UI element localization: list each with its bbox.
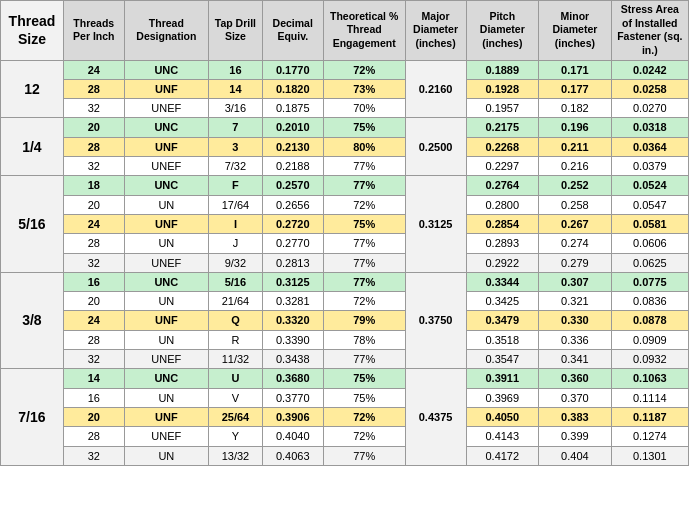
tpi-cell: 28 [63, 137, 124, 156]
designation-cell: UNF [124, 214, 208, 233]
tpi-cell: 14 [63, 369, 124, 388]
stress-cell: 0.1301 [611, 446, 688, 465]
decimal-cell: 0.2720 [262, 214, 323, 233]
decimal-cell: 0.1820 [262, 79, 323, 98]
designation-cell: UN [124, 234, 208, 253]
designation-cell: UNC [124, 272, 208, 291]
tpi-cell: 24 [63, 214, 124, 233]
tpi-cell: 18 [63, 176, 124, 195]
major-diameter-cell: 0.3125 [405, 176, 466, 272]
tap-cell: 14 [208, 79, 262, 98]
decimal-cell: 0.2130 [262, 137, 323, 156]
pitch-cell: 0.1928 [466, 79, 539, 98]
tpi-cell: 32 [63, 350, 124, 369]
designation-cell: UNEF [124, 99, 208, 118]
tap-cell: I [208, 214, 262, 233]
theoretical-cell: 78% [323, 330, 405, 349]
decimal-cell: 0.3680 [262, 369, 323, 388]
stress-cell: 0.1187 [611, 407, 688, 426]
tpi-cell: 20 [63, 195, 124, 214]
theoretical-cell: 75% [323, 369, 405, 388]
header-major: Major Diameter (inches) [405, 1, 466, 61]
theoretical-cell: 77% [323, 157, 405, 176]
theoretical-cell: 77% [323, 272, 405, 291]
designation-cell: UNC [124, 118, 208, 137]
decimal-cell: 0.3390 [262, 330, 323, 349]
tpi-cell: 32 [63, 253, 124, 272]
stress-cell: 0.0524 [611, 176, 688, 195]
tap-cell: 3 [208, 137, 262, 156]
tpi-cell: 20 [63, 407, 124, 426]
designation-cell: UNF [124, 407, 208, 426]
pitch-cell: 0.2764 [466, 176, 539, 195]
tpi-cell: 28 [63, 234, 124, 253]
minor-cell: 0.383 [539, 407, 612, 426]
tap-cell: 7 [208, 118, 262, 137]
tpi-cell: 24 [63, 311, 124, 330]
pitch-cell: 0.2297 [466, 157, 539, 176]
major-diameter-cell: 0.3750 [405, 272, 466, 368]
stress-cell: 0.0909 [611, 330, 688, 349]
decimal-cell: 0.2656 [262, 195, 323, 214]
thread-size-cell: 12 [1, 60, 64, 118]
minor-cell: 0.279 [539, 253, 612, 272]
minor-cell: 0.182 [539, 99, 612, 118]
tap-cell: 13/32 [208, 446, 262, 465]
tpi-cell: 32 [63, 99, 124, 118]
designation-cell: UN [124, 388, 208, 407]
thread-size-cell: 5/16 [1, 176, 64, 272]
theoretical-cell: 73% [323, 79, 405, 98]
pitch-cell: 0.3479 [466, 311, 539, 330]
header-stress: Stress Area of Installed Fastener (sq. i… [611, 1, 688, 61]
theoretical-cell: 72% [323, 427, 405, 446]
pitch-cell: 0.1889 [466, 60, 539, 79]
stress-cell: 0.0932 [611, 350, 688, 369]
decimal-cell: 0.3438 [262, 350, 323, 369]
header-thread-size: Thread Size [1, 1, 64, 61]
tap-cell: 5/16 [208, 272, 262, 291]
theoretical-cell: 72% [323, 60, 405, 79]
tap-cell: 9/32 [208, 253, 262, 272]
minor-cell: 0.360 [539, 369, 612, 388]
tap-cell: 16 [208, 60, 262, 79]
decimal-cell: 0.1770 [262, 60, 323, 79]
tpi-cell: 28 [63, 330, 124, 349]
minor-cell: 0.258 [539, 195, 612, 214]
tpi-cell: 24 [63, 60, 124, 79]
minor-cell: 0.171 [539, 60, 612, 79]
pitch-cell: 0.2175 [466, 118, 539, 137]
stress-cell: 0.0581 [611, 214, 688, 233]
designation-cell: UNC [124, 176, 208, 195]
theoretical-cell: 80% [323, 137, 405, 156]
pitch-cell: 0.4172 [466, 446, 539, 465]
pitch-cell: 0.2268 [466, 137, 539, 156]
designation-cell: UN [124, 330, 208, 349]
tap-cell: V [208, 388, 262, 407]
decimal-cell: 0.2770 [262, 234, 323, 253]
designation-cell: UN [124, 446, 208, 465]
minor-cell: 0.211 [539, 137, 612, 156]
header-minor: Minor Diameter (inches) [539, 1, 612, 61]
minor-cell: 0.399 [539, 427, 612, 446]
stress-cell: 0.0878 [611, 311, 688, 330]
major-diameter-cell: 0.2160 [405, 60, 466, 118]
minor-cell: 0.321 [539, 292, 612, 311]
stress-cell: 0.0364 [611, 137, 688, 156]
theoretical-cell: 70% [323, 99, 405, 118]
minor-cell: 0.307 [539, 272, 612, 291]
tpi-cell: 32 [63, 157, 124, 176]
pitch-cell: 0.2854 [466, 214, 539, 233]
minor-cell: 0.177 [539, 79, 612, 98]
pitch-cell: 0.2893 [466, 234, 539, 253]
stress-cell: 0.0242 [611, 60, 688, 79]
tpi-cell: 16 [63, 272, 124, 291]
stress-cell: 0.0547 [611, 195, 688, 214]
stress-cell: 0.0606 [611, 234, 688, 253]
theoretical-cell: 75% [323, 214, 405, 233]
tap-cell: Q [208, 311, 262, 330]
tap-cell: U [208, 369, 262, 388]
pitch-cell: 0.2922 [466, 253, 539, 272]
decimal-cell: 0.3281 [262, 292, 323, 311]
theoretical-cell: 75% [323, 388, 405, 407]
theoretical-cell: 77% [323, 176, 405, 195]
